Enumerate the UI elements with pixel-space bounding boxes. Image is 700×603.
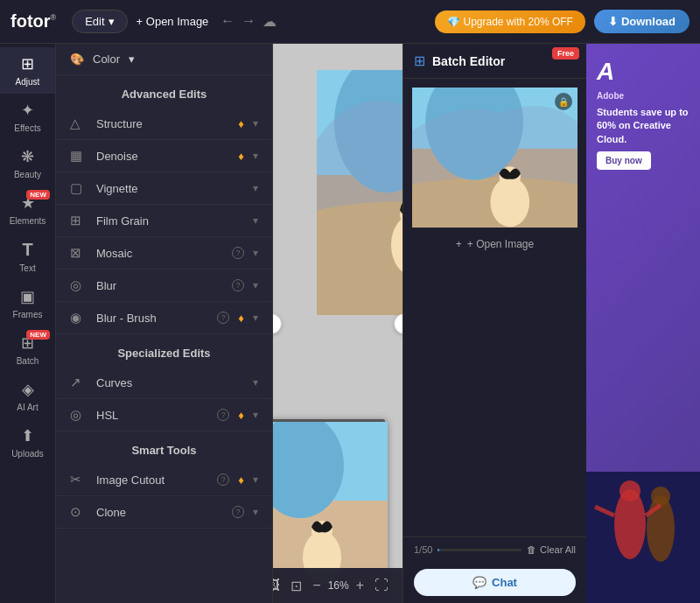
- right-panel: ⊞ Batch Editor Free 🔒 + + Open Imag: [402, 44, 586, 603]
- batch-editor-title: Batch Editor: [432, 54, 505, 68]
- main-photo: [317, 70, 402, 315]
- premium-diamond-icon: ♦: [238, 409, 244, 422]
- sidebar-item-effects[interactable]: ✦ Effects: [0, 94, 55, 140]
- zoom-out-button[interactable]: −: [312, 578, 320, 593]
- vignette-item[interactable]: ▢ Vignette ▾: [56, 172, 272, 205]
- sidebar-item-uploads[interactable]: ⬆ Uploads: [0, 419, 55, 466]
- sidebar-item-label: Effects: [14, 123, 40, 133]
- progress-bar: [438, 549, 439, 551]
- hsl-item[interactable]: ◎ HSL ? ♦ ▾: [56, 399, 272, 431]
- main-layout: ⊞ Adjust ✦ Effects ❋ Beauty NEW ★ Elemen…: [0, 44, 700, 603]
- sidebar-item-label: Batch: [17, 356, 39, 366]
- sidebar-item-elements[interactable]: NEW ★ Elements: [0, 186, 55, 233]
- ad-buy-button[interactable]: Buy now: [597, 151, 651, 170]
- clone-icon: ⊙: [70, 504, 88, 520]
- structure-item[interactable]: △ Structure ♦ ▾: [56, 108, 272, 140]
- help-icon[interactable]: ?: [217, 473, 229, 486]
- adobe-brand: Adobe: [597, 91, 690, 101]
- sidebar-item-label: Frames: [13, 310, 43, 319]
- blur-brush-item[interactable]: ◉ Blur - Brush ? ♦ ▾: [56, 302, 272, 334]
- image-icon[interactable]: 🖼: [273, 578, 280, 593]
- advanced-edits-title: Advanced Edits: [56, 75, 272, 108]
- collapse-panel-button[interactable]: ‹: [273, 313, 282, 334]
- sidebar-item-label: Uploads: [11, 449, 44, 459]
- mosaic-icon: ⊠: [70, 245, 88, 261]
- sidebar-item-frames[interactable]: ▣ Frames: [0, 280, 55, 326]
- text-icon: T: [22, 240, 32, 260]
- curves-item[interactable]: ↗ Curves ▾: [56, 367, 272, 399]
- redo-icon[interactable]: →: [242, 13, 256, 30]
- help-icon[interactable]: ?: [217, 409, 229, 421]
- svg-point-19: [651, 487, 670, 506]
- help-icon[interactable]: ?: [232, 247, 244, 259]
- clone-item[interactable]: ⊙ Clone ? ▾: [56, 496, 272, 529]
- canvas-toolbar: 🖼 ⊡ − 16% + ⛶: [273, 568, 402, 603]
- expand-panel-button[interactable]: ›: [394, 313, 402, 334]
- batch-image-item[interactable]: 🔒: [412, 88, 578, 228]
- sidebar-item-beauty[interactable]: ❋ Beauty: [0, 140, 55, 186]
- chevron-icon: ▾: [253, 409, 258, 421]
- upgrade-button[interactable]: 💎 Upgrade with 20% OFF: [435, 11, 585, 33]
- sidebar-item-text[interactable]: T Text: [0, 233, 55, 280]
- help-icon[interactable]: ?: [232, 506, 244, 518]
- premium-diamond-icon: ♦: [238, 312, 244, 325]
- chevron-icon: ▾: [253, 376, 258, 389]
- mosaic-item[interactable]: ⊠ Mosaic ? ▾: [56, 237, 272, 270]
- sidebar-item-ai-art[interactable]: ◈ AI Art: [0, 373, 55, 419]
- premium-diamond-icon: ♦: [238, 473, 244, 487]
- new-badge: NEW: [26, 190, 50, 200]
- sidebar-item-adjust[interactable]: ⊞ Adjust: [0, 47, 55, 94]
- zoom-in-button[interactable]: +: [356, 578, 364, 593]
- help-icon[interactable]: ?: [217, 312, 229, 324]
- free-badge: Free: [552, 47, 579, 60]
- uploads-icon: ⬆: [21, 426, 34, 445]
- icon-sidebar: ⊞ Adjust ✦ Effects ❋ Beauty NEW ★ Elemen…: [0, 44, 56, 603]
- effects-icon: ✦: [21, 101, 34, 120]
- denoise-item[interactable]: ▦ Denoise ♦ ▾: [56, 140, 272, 172]
- chevron-icon: ▾: [253, 182, 258, 194]
- chevron-icon: ▾: [253, 312, 258, 324]
- fullscreen-icon[interactable]: ⛶: [374, 578, 388, 593]
- chevron-icon: ▾: [253, 506, 258, 518]
- chevron-icon: ▾: [253, 473, 258, 486]
- chat-button[interactable]: 💬 Chat: [414, 569, 576, 596]
- ad-image: [586, 472, 700, 603]
- batch-editor-icon: ⊞: [414, 53, 425, 69]
- film-grain-item[interactable]: ⊞ Film Grain ▾: [56, 205, 272, 237]
- sidebar-item-label: Beauty: [14, 170, 41, 179]
- color-section[interactable]: 🎨 Color ▾: [56, 44, 272, 75]
- diamond-icon: 💎: [447, 16, 460, 28]
- crop-icon[interactable]: ⊡: [290, 578, 302, 594]
- chevron-icon: ▾: [253, 117, 258, 130]
- cloud-icon[interactable]: ☁: [262, 13, 276, 30]
- curves-icon: ↗: [70, 375, 88, 390]
- trash-icon: 🗑: [527, 544, 536, 555]
- progress-text: 1/50: [414, 544, 432, 555]
- blur-brush-icon: ◉: [70, 310, 88, 326]
- new-badge: NEW: [26, 330, 50, 340]
- help-icon[interactable]: ?: [232, 279, 244, 291]
- undo-icon[interactable]: ←: [220, 13, 234, 30]
- open-image-row[interactable]: + + Open Image: [412, 235, 578, 254]
- ad-photo: [586, 472, 700, 603]
- sidebar-item-label: AI Art: [17, 403, 38, 412]
- film-grain-icon: ⊞: [70, 213, 88, 228]
- sidebar-item-label: Text: [19, 263, 35, 273]
- canvas-background: ‹ ›: [273, 44, 402, 603]
- cutout-icon: ✂: [70, 472, 88, 487]
- specialized-edits-title: Specialized Edits: [56, 334, 272, 367]
- blur-item[interactable]: ◎ Blur ? ▾: [56, 270, 272, 302]
- adjust-icon: ⊞: [21, 54, 34, 74]
- image-cutout-item[interactable]: ✂ Image Cutout ? ♦ ▾: [56, 464, 272, 496]
- open-image-button[interactable]: + Open Image: [136, 15, 209, 28]
- sidebar-item-batch[interactable]: NEW ⊞ Batch: [0, 326, 55, 373]
- download-button[interactable]: ⬇ Download: [594, 10, 690, 33]
- canvas-area: ‹ › 🖼 ⊡ − 16% + ⛶: [273, 44, 402, 603]
- batch-image-area: 🔒 + + Open Image: [403, 79, 586, 536]
- sidebar-item-label: Adjust: [16, 77, 40, 87]
- svg-point-17: [620, 480, 640, 501]
- plus-icon: +: [456, 238, 462, 250]
- ad-headline: Students save up to 60% on Creative Clou…: [597, 106, 690, 146]
- edit-button[interactable]: Edit ▾: [72, 10, 127, 33]
- clear-all-button[interactable]: 🗑 Clear All: [527, 544, 576, 555]
